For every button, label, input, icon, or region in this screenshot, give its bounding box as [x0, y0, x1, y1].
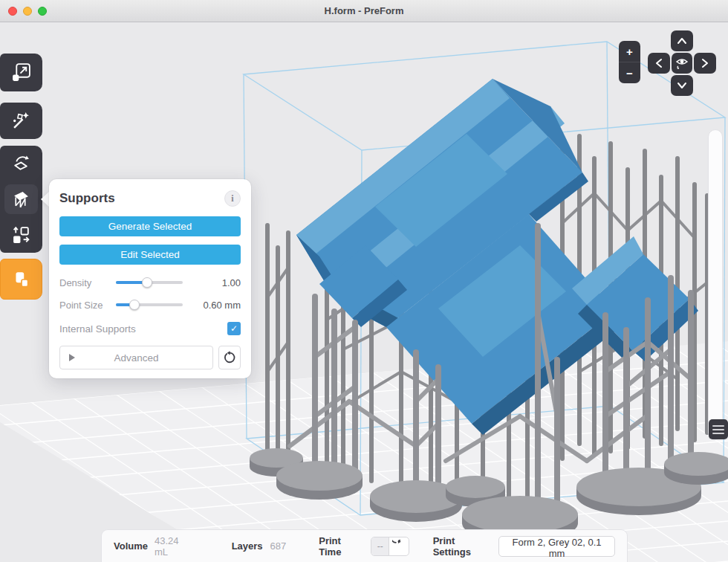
layout-icon [11, 225, 31, 245]
status-bar: Volume 43.24 mL Layers 687 Print Time --… [101, 529, 628, 562]
tool-group [0, 146, 42, 253]
point-size-label: Point Size [59, 300, 114, 311]
viewport-3d[interactable]: Supports i Generate Selected Edit Select… [0, 22, 728, 562]
volume-label: Volume [114, 540, 148, 552]
print-time-label: Print Time [319, 535, 362, 558]
advanced-label: Advanced [60, 352, 212, 364]
volume-value: 43.24 mL [155, 535, 192, 558]
print-button[interactable] [0, 259, 42, 300]
pan-right-button[interactable] [694, 53, 716, 74]
internal-supports-label: Internal Supports [59, 323, 136, 335]
chevron-down-icon [677, 82, 687, 89]
reset-undo-icon [223, 351, 236, 364]
orient-button[interactable] [0, 146, 42, 181]
scale-icon [11, 62, 31, 83]
printer-cartridge-icon [11, 269, 32, 290]
density-slider-knob[interactable] [142, 277, 152, 288]
titlebar: H.form - PreForm [0, 0, 728, 22]
layout-button[interactable] [0, 217, 42, 253]
density-label: Density [59, 277, 114, 288]
window-title: H.form - PreForm [0, 0, 728, 22]
refresh-icon [392, 540, 405, 552]
panel-title: Supports [59, 191, 115, 206]
point-size-slider[interactable] [116, 300, 183, 310]
internal-supports-checkbox[interactable]: ✓ [227, 322, 241, 335]
refresh-button[interactable] [389, 537, 409, 555]
chevron-up-icon [677, 37, 687, 45]
print-settings-label: Print Settings [433, 535, 490, 558]
supports-panel: Supports i Generate Selected Edit Select… [49, 179, 251, 378]
size-scale-button[interactable] [0, 54, 42, 91]
layers-icon [712, 425, 724, 427]
magic-wand-icon [11, 111, 31, 131]
print-time-value: -- [371, 537, 389, 555]
layer-view-button[interactable] [709, 419, 728, 439]
point-size-row: Point Size 0.60 mm [59, 297, 241, 312]
layer-slider[interactable] [708, 129, 723, 440]
chevron-right-icon [701, 58, 709, 68]
point-size-slider-knob[interactable] [129, 300, 140, 310]
pan-down-button[interactable] [671, 75, 693, 96]
reset-button[interactable] [218, 346, 241, 369]
layers-value: 687 [270, 540, 287, 552]
pan-left-button[interactable] [648, 53, 670, 74]
view-home-button[interactable] [672, 53, 692, 74]
advanced-button[interactable]: Advanced [59, 346, 213, 369]
zoom-control: + − [619, 41, 640, 83]
zoom-out-button[interactable]: − [619, 62, 640, 83]
density-value: 1.00 [183, 277, 241, 288]
generate-selected-button[interactable]: Generate Selected [59, 216, 241, 236]
eye-orbit-icon [675, 56, 689, 70]
density-row: Density 1.00 [59, 275, 241, 290]
print-settings-button[interactable]: Form 2, Grey 02, 0.1 mm [498, 536, 615, 557]
one-click-print-button[interactable] [0, 103, 42, 139]
point-size-value: 0.60 mm [183, 300, 241, 311]
print-time-control: -- [371, 537, 409, 556]
supports-button[interactable] [0, 181, 42, 217]
supports-icon [11, 190, 31, 210]
layers-label: Layers [232, 540, 263, 552]
pan-up-button[interactable] [671, 30, 693, 51]
info-icon[interactable]: i [224, 190, 241, 207]
rotate-icon [11, 154, 31, 174]
chevron-left-icon [655, 58, 663, 68]
zoom-in-button[interactable]: + [619, 41, 640, 62]
density-slider[interactable] [116, 277, 183, 288]
edit-selected-button[interactable]: Edit Selected [59, 245, 241, 265]
